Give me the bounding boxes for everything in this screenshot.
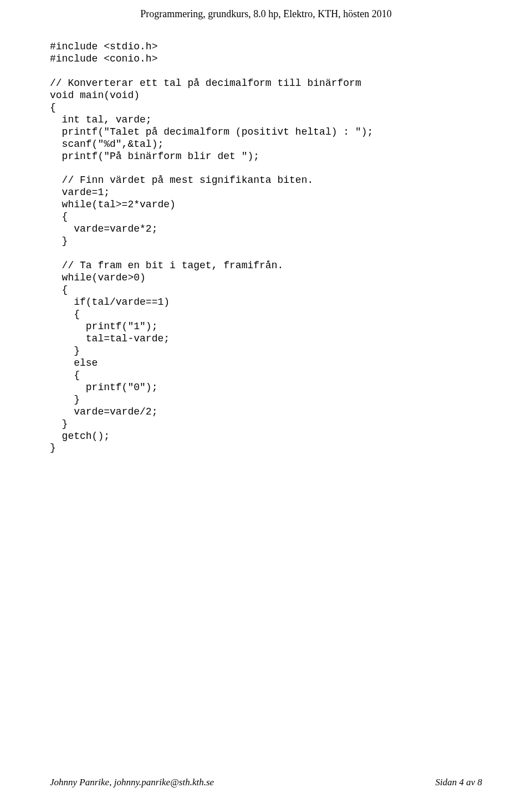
code-line: printf("1"); (50, 321, 157, 332)
code-line: #include <conio.h> (50, 53, 157, 64)
header-text: Programmering, grundkurs, 8.0 hp, Elektr… (140, 8, 391, 19)
page-header: Programmering, grundkurs, 8.0 hp, Elektr… (50, 8, 482, 20)
code-line: printf("0"); (50, 382, 157, 393)
code-line: { (50, 309, 80, 320)
code-line: #include <stdio.h> (50, 41, 157, 52)
code-line: varde=1; (50, 187, 110, 198)
code-line: int tal, varde; (50, 114, 152, 125)
code-line: tal=tal-varde; (50, 333, 170, 344)
code-line: } (50, 442, 56, 453)
code-line: scanf("%d",&tal); (50, 139, 163, 150)
page-container: Programmering, grundkurs, 8.0 hp, Elektr… (0, 0, 532, 798)
code-line: getch(); (50, 431, 110, 442)
code-block: #include <stdio.h> #include <conio.h> //… (50, 41, 482, 454)
footer-author: Johnny Panrike, johnny.panrike@sth.kth.s… (50, 777, 214, 788)
code-line: // Ta fram en bit i taget, framifrån. (50, 260, 283, 271)
code-line: { (50, 102, 56, 113)
code-line: // Konverterar ett tal på decimalform ti… (50, 78, 361, 89)
code-line: // Finn värdet på mest signifikanta bite… (50, 175, 313, 186)
code-line: printf("På binärform blir det "); (50, 151, 259, 162)
code-line: } (50, 394, 80, 405)
code-line: void main(void) (50, 90, 140, 101)
code-line: else (50, 357, 98, 369)
code-line: } (50, 345, 80, 356)
footer-page-number: Sidan 4 av 8 (435, 777, 482, 788)
code-line: } (50, 236, 68, 247)
page-footer: Johnny Panrike, johnny.panrike@sth.kth.s… (50, 777, 482, 788)
code-line: { (50, 211, 68, 222)
code-line: while(varde>0) (50, 272, 146, 283)
code-line: { (50, 284, 68, 295)
code-line: varde=varde/2; (50, 406, 157, 417)
code-line: varde=varde*2; (50, 223, 157, 234)
code-line: if(tal/varde==1) (50, 296, 170, 308)
code-line: { (50, 370, 80, 381)
code-line: while(tal>=2*varde) (50, 199, 176, 210)
code-line: } (50, 418, 68, 429)
code-line: printf("Talet på decimalform (positivt h… (50, 126, 373, 137)
